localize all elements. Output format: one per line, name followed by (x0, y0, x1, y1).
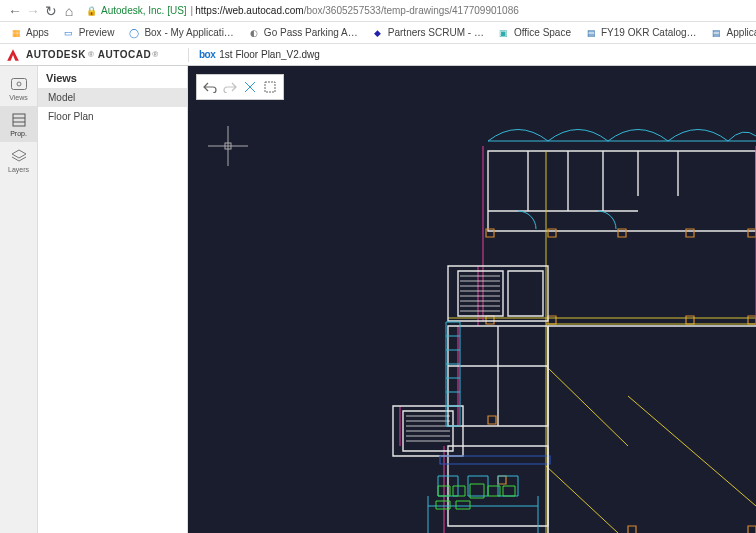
svg-rect-0 (11, 78, 26, 89)
panel-row-model[interactable]: Model (38, 88, 187, 107)
svg-rect-26 (548, 316, 556, 324)
document-title: box 1st Floor Plan_V2.dwg (189, 49, 320, 60)
properties-icon (11, 112, 27, 128)
svg-rect-31 (628, 526, 636, 533)
svg-rect-83 (503, 486, 515, 496)
drawing-canvas[interactable] (188, 66, 756, 533)
svg-rect-24 (748, 229, 756, 237)
brand-company: AUTODESK (26, 49, 86, 60)
url-path: /box/3605257533/temp-drawings/4177099010… (304, 5, 519, 16)
browser-nav-bar: ← → ↻ ⌂ 🔒 Autodesk, Inc. [US] | https://… (0, 0, 756, 22)
lock-icon: 🔒 (86, 6, 97, 16)
address-bar[interactable]: Autodesk, Inc. [US] | https://web.autoca… (101, 5, 519, 16)
bookmark-scrum[interactable]: ◆Partners SCRUM - … (366, 27, 490, 39)
views-icon (11, 76, 27, 92)
views-panel: Views Model Floor Plan (38, 66, 188, 533)
app-header: AUTODESK ® AUTOCAD ® box 1st Floor Plan_… (0, 44, 756, 66)
svg-marker-5 (12, 150, 26, 158)
reload-button[interactable]: ↻ (42, 2, 60, 20)
svg-rect-27 (686, 316, 694, 324)
rail-item-layers[interactable]: Layers (0, 142, 37, 178)
svg-rect-78 (440, 456, 550, 464)
svg-rect-22 (618, 229, 626, 237)
bookmark-okr[interactable]: ▤FY19 OKR Catalog… (579, 27, 703, 39)
back-button[interactable]: ← (6, 2, 24, 20)
bookmark-box[interactable]: ◯Box - My Applicati… (122, 27, 239, 39)
svg-rect-28 (748, 316, 756, 324)
svg-line-36 (546, 366, 628, 446)
main-area: Views Prop. Layers Views Model Floor Pla… (0, 66, 756, 533)
left-rail: Views Prop. Layers (0, 66, 38, 533)
svg-rect-80 (453, 486, 465, 496)
autodesk-logo-icon (6, 48, 20, 62)
svg-rect-30 (498, 476, 506, 484)
svg-rect-25 (486, 316, 494, 324)
svg-rect-29 (488, 416, 496, 424)
url-host: https://web.autocad.com (195, 5, 303, 16)
svg-rect-45 (448, 266, 548, 321)
bookmark-office[interactable]: ▣Office Space (492, 27, 577, 39)
home-button[interactable]: ⌂ (60, 2, 78, 20)
svg-rect-21 (548, 229, 556, 237)
bookmark-apps[interactable]: ▦Apps (4, 27, 55, 39)
svg-rect-20 (486, 229, 494, 237)
panel-row-floorplan[interactable]: Floor Plan (38, 107, 187, 126)
document-filename: 1st Floor Plan_V2.dwg (219, 49, 320, 60)
svg-line-38 (546, 466, 618, 533)
svg-rect-76 (468, 476, 488, 496)
rail-item-prop[interactable]: Prop. (0, 106, 37, 142)
cert-label: Autodesk, Inc. [US] (101, 5, 187, 16)
svg-rect-85 (456, 501, 470, 509)
bookmark-appengag[interactable]: ▤Application Engag… (705, 27, 756, 39)
brand-product: AUTOCAD (98, 49, 151, 60)
panel-title: Views (38, 66, 187, 88)
bookmarks-bar: ▦Apps ▭Preview ◯Box - My Applicati… ◐Go … (0, 22, 756, 44)
svg-rect-2 (13, 114, 25, 126)
svg-rect-55 (508, 271, 543, 316)
brand: AUTODESK ® AUTOCAD ® (0, 48, 188, 62)
svg-point-1 (17, 82, 21, 86)
rail-item-views[interactable]: Views (0, 70, 37, 106)
svg-rect-23 (686, 229, 694, 237)
forward-button[interactable]: → (24, 2, 42, 20)
svg-line-37 (628, 396, 756, 506)
bookmark-preview[interactable]: ▭Preview (57, 27, 121, 39)
svg-rect-46 (458, 271, 503, 316)
svg-rect-32 (748, 526, 756, 533)
box-prefix: box (199, 49, 215, 60)
bookmark-gopass[interactable]: ◐Go Pass Parking A… (242, 27, 364, 39)
layers-icon (11, 148, 27, 164)
floor-plan-drawing (188, 66, 756, 533)
